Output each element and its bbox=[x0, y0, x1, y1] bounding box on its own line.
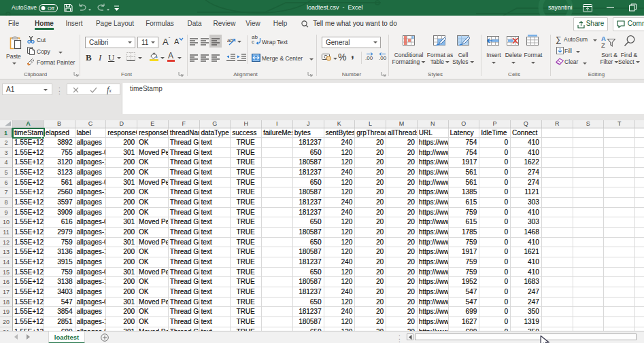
svg-text:Z: Z bbox=[601, 41, 605, 48]
svg-text:.00: .00 bbox=[365, 55, 373, 61]
svg-text:Off: Off bbox=[48, 5, 55, 12]
svg-text:.00: .00 bbox=[379, 55, 387, 61]
